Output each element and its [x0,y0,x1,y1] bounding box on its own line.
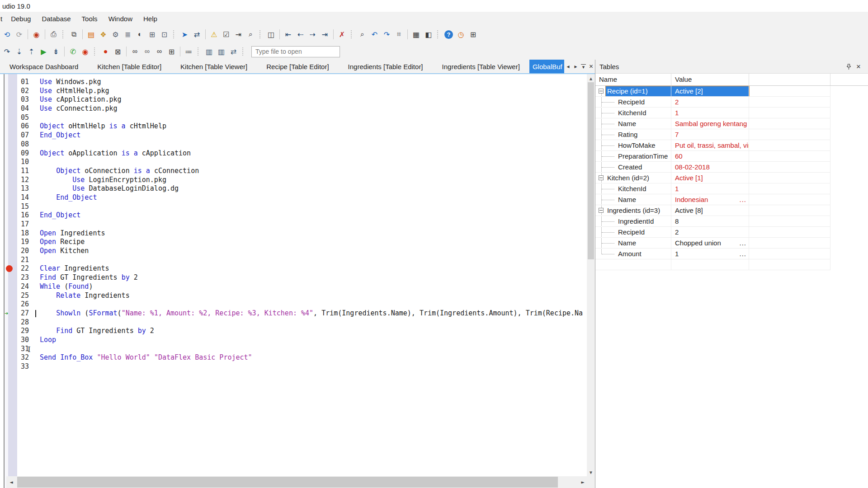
close-panel-icon[interactable]: ✕ [854,63,863,70]
collapse-expander-icon[interactable] [599,175,604,180]
table-explorer-icon[interactable]: ⊞ [146,29,158,40]
last-record-icon[interactable]: ⇥ [319,29,331,40]
find-next-icon[interactable]: ↷ [381,29,393,40]
tab-globalbuf[interactable]: GlobalBuf [529,60,564,73]
goto-line-icon[interactable]: ⇟ [50,46,62,57]
find-icon[interactable]: ⌕ [356,29,368,40]
gutter-margin[interactable] [0,336,17,345]
watch-remove-icon[interactable]: ∞ [141,46,153,57]
code-line[interactable]: ➔27 Showln (SFormat("Name: %1, Amount: %… [0,309,587,318]
tab-kitchen-table-editor[interactable]: Kitchen [Table Editor] [88,60,171,73]
gutter-margin[interactable] [0,229,17,238]
tab-list-icon[interactable]: ▾ [581,64,586,69]
table-row-recipeid[interactable]: RecipeId2 [595,97,868,108]
gutter-margin[interactable] [0,256,17,265]
scroll-right-icon[interactable]: ► [578,476,588,488]
table-row-name[interactable]: NameChopped union... [595,238,868,249]
menu-item-debug[interactable]: Debug [5,15,36,23]
gutter-margin[interactable] [0,113,17,122]
next-tab-icon[interactable]: ▸ [572,63,580,70]
gutter-margin[interactable] [0,78,17,87]
code-line[interactable]: 25 Relate Ingredients [0,291,587,300]
db-refresh-icon[interactable]: ⇄ [227,46,240,57]
tab-ingredients-table-viewer[interactable]: Ingredients [Table Viewer] [433,60,529,73]
menu-item-tools[interactable]: Tools [76,15,103,23]
open-file-combobox[interactable]: Type file to open [251,46,340,57]
gutter-margin[interactable] [0,87,17,96]
pin-icon[interactable] [844,63,854,70]
gutter-margin[interactable] [0,140,17,149]
table-row-ingredientid[interactable]: IngredientId8 [595,216,868,227]
gutter-margin[interactable] [0,300,17,309]
gutter-margin[interactable] [0,131,17,140]
split-view-icon[interactable]: ◧ [422,29,434,40]
gutter-margin[interactable] [0,167,17,176]
delete-record-icon[interactable]: ✗ [336,29,348,40]
code-line[interactable]: 16End_Object [0,211,587,220]
find-in-files-icon[interactable]: ⌕ [245,29,257,40]
gutter-margin[interactable] [0,95,17,104]
horizontal-scrollbar[interactable]: ◄ ► [6,476,595,488]
gutter-margin[interactable] [0,291,17,300]
table-wizard-icon[interactable]: ❖ [97,29,109,40]
new-file-icon[interactable]: ⊡ [158,29,170,40]
table-row-name[interactable]: NameSambal goreng kentang... [595,118,868,129]
code-line[interactable]: 22Clear Ingredients [0,264,587,273]
code-line[interactable]: 33 [0,362,587,371]
menu-item-t[interactable]: t [0,15,5,23]
gutter-margin[interactable] [0,176,17,185]
layout-grid-icon[interactable]: ▦ [410,29,422,40]
gutter-margin[interactable] [0,202,17,211]
gutter-margin[interactable] [0,345,17,354]
vertical-scrollbar-thumb[interactable] [588,82,594,259]
code-line[interactable]: 12 Use LoginEncryption.pkg [0,176,587,185]
redo-icon[interactable]: ⟳ [13,29,25,40]
first-record-icon[interactable]: ⇤ [282,29,294,40]
table-row-created[interactable]: Created08-02-2018 [595,162,868,173]
gutter-margin[interactable] [0,273,17,282]
menu-item-window[interactable]: Window [103,15,138,23]
next-record-icon[interactable]: ⇢ [307,29,319,40]
error-list-icon[interactable]: ⚠ [208,29,220,40]
gutter-margin[interactable] [0,318,17,327]
code-line[interactable]: 04Use cConnection.pkg [0,104,587,113]
step-out-icon[interactable]: ⇡ [25,46,38,57]
scroll-down-icon[interactable]: ▼ [587,469,595,476]
run-to-cursor-icon[interactable]: ▶ [38,46,50,57]
code-explorer-icon[interactable]: ≣ [122,29,134,40]
code-line[interactable]: 18Open Ingredients [0,229,587,238]
tab-workspace-dashboard[interactable]: Workspace Dashboard [0,60,88,73]
vertical-scrollbar[interactable]: ▲ ▼ [587,74,595,476]
gutter-margin[interactable] [0,211,17,220]
gutter-margin[interactable] [0,149,17,158]
gutter-margin[interactable] [0,158,17,167]
toggle-breakpoint-icon[interactable]: ● [99,46,112,57]
properties-panel-icon[interactable]: ◐ [134,29,146,40]
code-line[interactable]: 13 Use DatabaseLoginDialog.dg [0,184,587,193]
export-icon[interactable]: ⇥ [232,29,245,40]
gutter-margin[interactable]: ➔ [0,309,17,318]
code-line[interactable]: 11 Object oConnection is a cConnection [0,167,587,176]
scroll-left-icon[interactable]: ◄ [6,476,16,488]
table-row-preparationtime[interactable]: PreparationTime60 [595,151,868,162]
code-line[interactable]: 29 Find GT Ingredients by 2 [0,327,587,336]
step-over-icon[interactable]: ↷ [1,46,13,57]
ellipsis-button[interactable]: ... [739,118,746,129]
task-list-icon[interactable]: ☑ [220,29,232,40]
table-row-rating[interactable]: Rating7 [595,129,868,140]
table-row-recipe-id-1[interactable]: Recipe (id=1)Active [2] [595,86,868,97]
tab-ingredients-table-editor[interactable]: Ingredients [Table Editor] [339,60,433,73]
prev-record-icon[interactable]: ⇠ [294,29,307,40]
tab-kitchen-table-viewer[interactable]: Kitchen [Table Viewer] [171,60,257,73]
menu-item-help[interactable]: Help [138,15,163,23]
code-line[interactable]: 23Find GT Ingredients by 2 [0,273,587,282]
panels-icon[interactable]: ◫ [265,29,277,40]
collapse-expander-icon[interactable] [599,208,604,213]
gutter-margin[interactable] [0,184,17,193]
grid-view-icon[interactable]: ⊞ [467,29,479,40]
table-row-amount[interactable]: Amount1... [595,249,868,259]
code-line[interactable]: 21 [0,256,587,265]
grid-header-name[interactable]: Name [595,74,671,85]
gutter-margin[interactable] [0,282,17,291]
find-in-table-icon[interactable]: ⌗ [393,29,405,40]
